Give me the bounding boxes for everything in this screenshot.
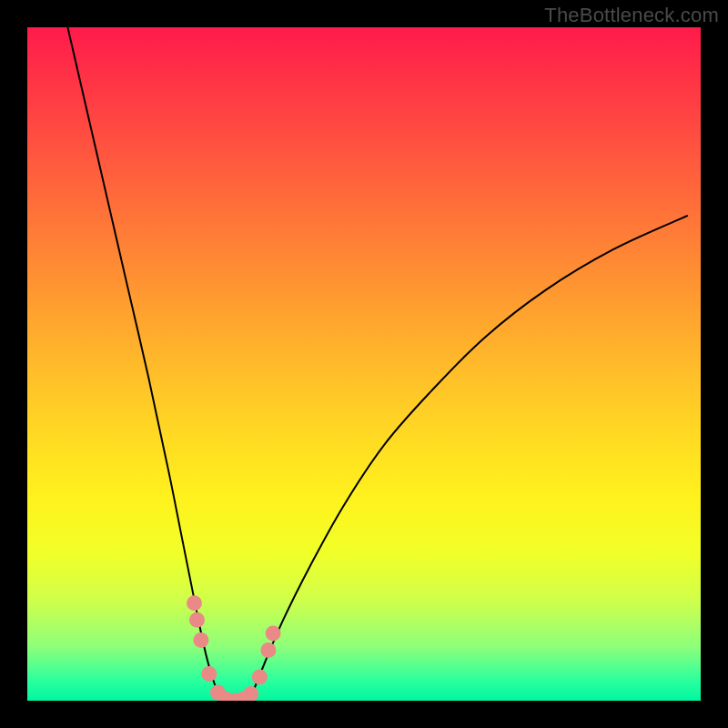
- marker-dot: [243, 686, 258, 701]
- curve-layer: [27, 27, 701, 701]
- marker-dot: [252, 670, 268, 685]
- curve-right-curve: [249, 216, 687, 701]
- marker-dot: [187, 595, 202, 611]
- marker-dot: [266, 626, 281, 642]
- marker-dot: [260, 642, 276, 658]
- chart-frame: TheBottleneck.com: [0, 0, 728, 728]
- marker-dot: [193, 632, 208, 648]
- marker-dot: [201, 666, 217, 682]
- watermark-text: TheBottleneck.com: [544, 4, 719, 27]
- plot-area: [27, 27, 701, 701]
- marker-dot: [189, 612, 205, 628]
